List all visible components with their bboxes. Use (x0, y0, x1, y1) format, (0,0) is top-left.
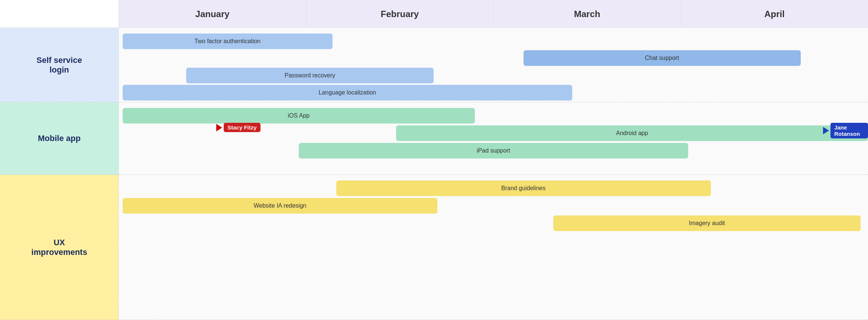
month-april: April (681, 0, 868, 28)
label-column: Self service login Mobile app UX improve… (0, 0, 119, 320)
bar-chat-support: Chat support (524, 50, 801, 66)
bar-imagery-audit: Imagery audit (553, 215, 861, 231)
bar-ios-app: iOS App (123, 108, 475, 124)
month-march: March (494, 0, 681, 28)
stacy-cursor-arrow (216, 124, 222, 131)
jane-cursor-label: Jane Rotanson (830, 123, 868, 138)
month-headers: January February March April (119, 0, 868, 28)
row-self-service: Two factor authentication Chat support P… (119, 28, 868, 102)
bar-ipad-support: iPad support (299, 143, 688, 159)
group-label-self-service: Self service login (0, 28, 119, 102)
bar-website-ia-redesign: Website IA redesign (123, 198, 437, 214)
month-february: February (306, 0, 493, 28)
row-mobile-app: iOS App Android app iPad support Stacy F… (119, 102, 868, 175)
group-label-mobile-app: Mobile app (0, 102, 119, 175)
row-ux-improvements: Brand guidelines Website IA redesign Ima… (119, 175, 868, 320)
bar-language-localization: Language localization (123, 85, 572, 100)
bar-brand-guidelines: Brand guidelines (336, 180, 711, 196)
stacy-cursor-label: Stacy Fitzy (224, 123, 260, 132)
bar-two-factor: Two factor authentication (123, 33, 332, 49)
bar-password-recovery: Password recovery (186, 68, 433, 83)
rows-area: Two factor authentication Chat support P… (119, 28, 868, 320)
group-label-ux-improvements: UX improvements (0, 175, 119, 320)
gantt-chart: Self service login Mobile app UX improve… (0, 0, 868, 320)
cursor-stacy: Stacy Fitzy (216, 123, 260, 132)
label-header-spacer (0, 0, 119, 28)
cursor-jane: Jane Rotanson (823, 123, 868, 138)
jane-cursor-arrow (823, 127, 829, 134)
month-january: January (119, 0, 306, 28)
bar-android-app: Android app (396, 125, 868, 141)
grid-area: January February March April Two factor … (119, 0, 868, 320)
